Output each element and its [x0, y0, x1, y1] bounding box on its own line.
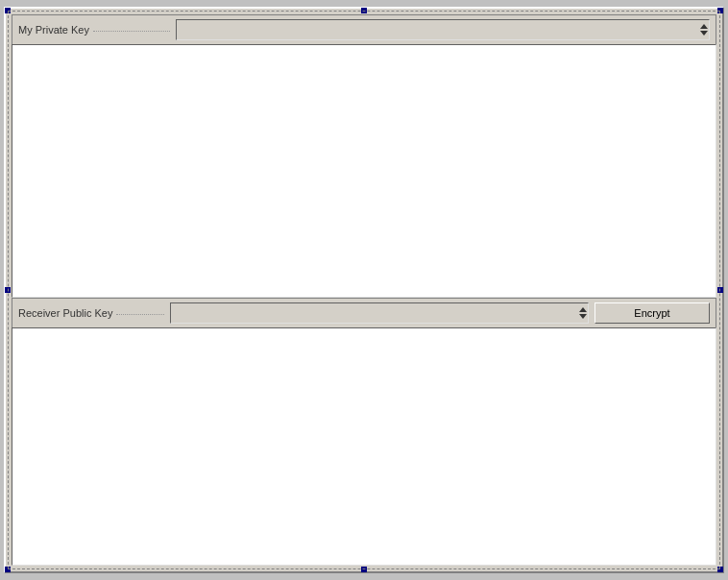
private-key-toolbar: My Private Key: [12, 14, 716, 44]
private-key-textarea-container: [12, 44, 716, 298]
corner-dot-ml: [5, 287, 11, 293]
private-key-select-wrapper: [176, 19, 710, 40]
corner-dot-tl: [5, 8, 11, 13]
main-container: My Private Key Receiver Public Key: [4, 7, 724, 573]
corner-dot-mr: [717, 287, 723, 293]
private-key-select[interactable]: [176, 19, 710, 40]
corner-dot-br: [717, 567, 723, 572]
private-key-label: My Private Key: [18, 24, 170, 36]
private-key-textarea[interactable]: [12, 45, 716, 297]
receiver-section: Receiver Public Key Encrypt: [12, 298, 716, 566]
receiver-textarea[interactable]: [12, 328, 716, 565]
corner-dot-mt: [361, 8, 367, 13]
corner-dot-bl: [5, 567, 11, 572]
receiver-textarea-container: [12, 327, 716, 566]
receiver-key-label: Receiver Public Key: [18, 307, 164, 319]
private-key-section: My Private Key: [12, 14, 716, 298]
receiver-key-select[interactable]: [170, 302, 589, 324]
encrypt-button[interactable]: Encrypt: [595, 302, 710, 324]
receiver-toolbar: Receiver Public Key Encrypt: [12, 298, 716, 327]
receiver-key-select-wrapper: [170, 302, 589, 324]
corner-dot-tr: [717, 8, 723, 13]
corner-dot-mb: [361, 567, 367, 572]
